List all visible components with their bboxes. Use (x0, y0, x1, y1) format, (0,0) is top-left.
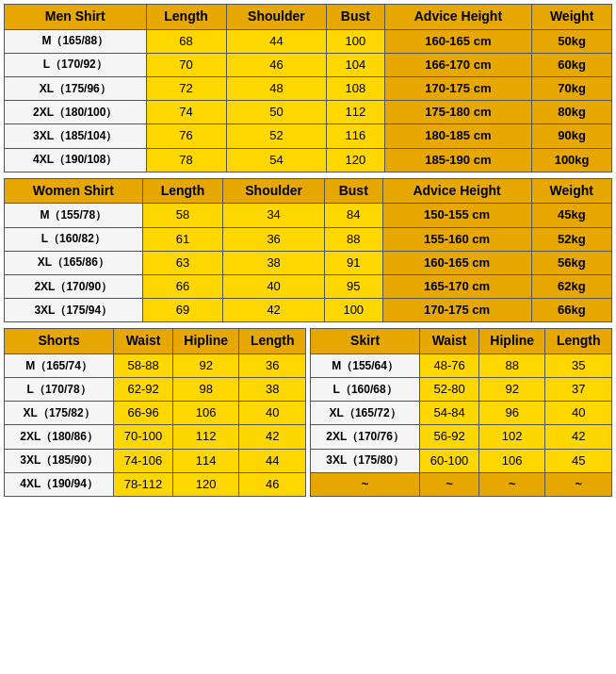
size-cell: 2XL（170/76） (311, 425, 420, 449)
height-cell: 165-170 cm (382, 274, 531, 298)
height-cell: 155-160 cm (382, 227, 531, 251)
waist-cell: 62-92 (114, 378, 173, 402)
height-cell: 175-180 cm (384, 101, 532, 124)
hipline-cell: 88 (478, 353, 545, 377)
size-cell: ~ (311, 472, 420, 496)
hipline-cell: 98 (172, 378, 239, 402)
size-cell: XL（165/86） (5, 251, 143, 274)
height-cell: 170-175 cm (384, 76, 532, 100)
weight-cell: 70kg (532, 76, 612, 100)
length-cell: 40 (545, 402, 612, 425)
size-cell: 4XL（190/108） (5, 148, 147, 172)
length-cell: 37 (545, 378, 612, 402)
size-cell: M（165/74） (5, 353, 114, 377)
men-shirt-header-row: Men Shirt Length Shoulder Bust Advice He… (5, 5, 612, 30)
table-row: L（170/92）7046104166-170 cm60kg (5, 53, 612, 76)
weight-cell: 100kg (532, 148, 612, 172)
skirt-table: Skirt Waist Hipline Length M（155/64）48-7… (310, 328, 612, 497)
table-row: M（155/64）48-768835 (311, 353, 612, 377)
table-row: 3XL（175/94）6942100170-175 cm66kg (5, 299, 612, 322)
waist-cell: ~ (420, 472, 479, 496)
waist-cell: 78-112 (114, 472, 173, 496)
length-cell: 58 (142, 204, 223, 227)
bust-cell: 100 (324, 299, 382, 322)
length-cell: 38 (239, 378, 306, 402)
size-cell: 2XL（180/100） (5, 101, 147, 124)
shoulder-cell: 46 (226, 53, 327, 76)
skirt-header-row: Skirt Waist Hipline Length (311, 329, 612, 354)
table-row: 2XL（170/76）56-9210242 (311, 425, 612, 449)
length-cell: 61 (142, 227, 223, 251)
table-row: 2XL（180/86）70-10011242 (5, 425, 306, 449)
size-cell: L（160/82） (5, 227, 143, 251)
length-cell: 63 (142, 251, 223, 274)
size-cell: 3XL（185/90） (5, 449, 114, 472)
men-shirt-header-bust: Bust (327, 5, 384, 30)
height-cell: 150-155 cm (382, 204, 531, 227)
women-shirt-header-height: Advice Height (382, 178, 531, 204)
shorts-header-row: Shorts Waist Hipline Length (5, 329, 306, 354)
height-cell: 166-170 cm (384, 53, 532, 76)
men-shirt-table: Men Shirt Length Shoulder Bust Advice He… (4, 4, 612, 173)
shoulder-cell: 40 (223, 274, 324, 298)
table-row: M（165/88）6844100160-165 cm50kg (5, 29, 612, 53)
table-row: 4XL（190/108）7854120185-190 cm100kg (5, 148, 612, 172)
men-shirt-header-length: Length (146, 5, 226, 30)
hipline-cell: 114 (172, 449, 239, 472)
table-row: XL（165/86）633891160-165 cm56kg (5, 251, 612, 274)
height-cell: 160-165 cm (382, 251, 531, 274)
size-cell: 3XL（185/104） (5, 124, 147, 148)
women-shirt-header-shoulder: Shoulder (223, 178, 324, 204)
length-cell: 40 (239, 402, 306, 425)
table-row: XL（175/96）7248108170-175 cm70kg (5, 76, 612, 100)
length-cell: 69 (142, 299, 223, 322)
skirt-section: Skirt Waist Hipline Length M（155/64）48-7… (310, 328, 612, 497)
women-shirt-table: Women Shirt Length Shoulder Bust Advice … (4, 178, 612, 323)
size-cell: XL（175/82） (5, 402, 114, 425)
size-cell: 2XL（180/86） (5, 425, 114, 449)
size-cell: 2XL（170/90） (5, 274, 143, 298)
skirt-header-waist: Waist (420, 329, 479, 354)
size-cell: L（170/92） (5, 53, 147, 76)
size-cell: M（155/78） (5, 204, 143, 227)
height-cell: 160-165 cm (384, 29, 532, 53)
size-cell: M（165/88） (5, 29, 147, 53)
length-cell: 66 (142, 274, 223, 298)
size-cell: 3XL（175/80） (311, 449, 420, 472)
shorts-header-hipline: Hipline (172, 329, 239, 354)
table-row: 2XL（180/100）7450112175-180 cm80kg (5, 101, 612, 124)
shorts-section: Shorts Waist Hipline Length M（165/74）58-… (4, 328, 306, 497)
waist-cell: 48-76 (420, 353, 479, 377)
shorts-header-waist: Waist (114, 329, 173, 354)
size-cell: XL（175/96） (5, 76, 147, 100)
hipline-cell: ~ (478, 472, 545, 496)
hipline-cell: 106 (172, 402, 239, 425)
men-shirt-header-weight: Weight (532, 5, 612, 30)
skirt-header-length: Length (545, 329, 612, 354)
waist-cell: 66-96 (114, 402, 173, 425)
shoulder-cell: 42 (223, 299, 324, 322)
shoulder-cell: 38 (223, 251, 324, 274)
shoulder-cell: 48 (226, 76, 327, 100)
length-cell: 44 (239, 449, 306, 472)
bust-cell: 91 (324, 251, 382, 274)
table-row: 4XL（190/94）78-11212046 (5, 472, 306, 496)
weight-cell: 66kg (531, 299, 611, 322)
size-cell: 3XL（175/94） (5, 299, 143, 322)
hipline-cell: 96 (478, 402, 545, 425)
weight-cell: 60kg (532, 53, 612, 76)
length-cell: 78 (146, 148, 226, 172)
women-shirt-header-bust: Bust (324, 178, 382, 204)
length-cell: 46 (239, 472, 306, 496)
waist-cell: 70-100 (114, 425, 173, 449)
shorts-header-title: Shorts (5, 329, 114, 354)
size-cell: XL（165/72） (311, 402, 420, 425)
length-cell: 74 (146, 101, 226, 124)
hipline-cell: 102 (478, 425, 545, 449)
skirt-header-hipline: Hipline (478, 329, 545, 354)
bust-cell: 88 (324, 227, 382, 251)
shoulder-cell: 36 (223, 227, 324, 251)
hipline-cell: 120 (172, 472, 239, 496)
table-row: 3XL（175/80）60-10010645 (311, 449, 612, 472)
shoulder-cell: 52 (226, 124, 327, 148)
